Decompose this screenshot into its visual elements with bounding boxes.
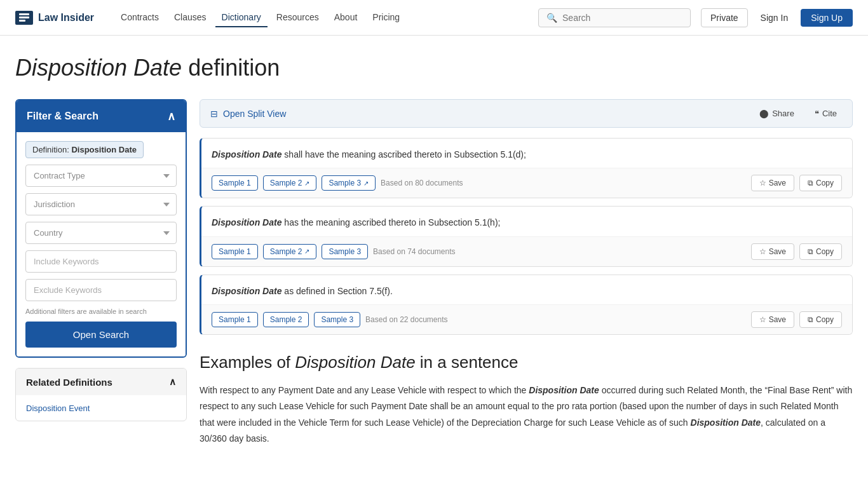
def-actions-right-1: ☆ Save ⧉ Copy xyxy=(751,175,842,191)
def-actions-left-3: Sample 1 Sample 2 Sample 3 Based on 22 d… xyxy=(212,312,448,327)
cite-button[interactable]: ❝ Cite xyxy=(810,106,842,121)
share-label: Share xyxy=(772,109,794,118)
sample1-btn-2[interactable]: Sample 1 xyxy=(212,244,258,259)
country-select[interactable]: Country xyxy=(25,222,177,244)
sample1-btn-1[interactable]: Sample 1 xyxy=(212,175,258,191)
sample1-label-2: Sample 1 xyxy=(219,247,251,256)
include-keywords-input[interactable] xyxy=(25,250,177,273)
split-view-icon: ⊟ xyxy=(210,109,218,119)
examples-bold-italic-1: Disposition Date xyxy=(529,385,599,395)
sample1-btn-3[interactable]: Sample 1 xyxy=(212,312,258,327)
def-rest-1: shall have the meaning ascribed thereto … xyxy=(281,149,526,159)
sample3-btn-1[interactable]: Sample 3 ↗ xyxy=(322,175,376,191)
def-actions-left-1: Sample 1 Sample 2 ↗ Sample 3 ↗ Based on … xyxy=(212,175,463,191)
copy-btn-1[interactable]: ⧉ Copy xyxy=(799,175,842,191)
save-btn-3[interactable]: ☆ Save xyxy=(751,311,794,328)
nav-actions: Private Sign In Sign Up xyxy=(701,8,853,27)
related-collapse-icon[interactable]: ∧ xyxy=(169,376,176,388)
examples-title-prefix: Examples of xyxy=(200,353,295,372)
sample2-label-2: Sample 2 xyxy=(270,247,302,256)
save-btn-2[interactable]: ☆ Save xyxy=(751,243,794,260)
copy-label-2: Copy xyxy=(816,247,834,256)
external-icon-1b: ↗ xyxy=(363,180,369,187)
sample2-btn-1[interactable]: Sample 2 ↗ xyxy=(263,175,317,191)
open-split-view-btn[interactable]: ⊟ Open Split View xyxy=(210,109,286,119)
filter-title: Filter & Search xyxy=(27,111,98,122)
def-actions-left-2: Sample 1 Sample 2 ↗ Sample 3 Based on 74… xyxy=(212,244,456,259)
related-item-disposition-event[interactable]: Disposition Event xyxy=(26,403,90,413)
exclude-keywords-input[interactable] xyxy=(25,279,177,301)
sample3-label-3: Sample 3 xyxy=(321,315,353,324)
nav-dictionary[interactable]: Dictionary xyxy=(215,8,268,27)
sample3-btn-2[interactable]: Sample 3 xyxy=(322,244,368,259)
def-card-body-1: Disposition Date shall have the meaning … xyxy=(201,139,852,161)
examples-paragraph: With respect to any Payment Date and any… xyxy=(200,383,853,447)
def-term-1: Disposition Date xyxy=(212,149,281,159)
related-body: Disposition Event xyxy=(16,395,186,421)
def-rest-2: has the meaning ascribed thereto in Subs… xyxy=(281,217,500,227)
split-view-label: Open Split View xyxy=(223,109,286,119)
svg-rect-1 xyxy=(19,17,29,18)
signup-button[interactable]: Sign Up xyxy=(801,9,853,27)
filter-header: Filter & Search ∧ xyxy=(17,100,186,132)
page-wrapper: Disposition Date definition Filter & Sea… xyxy=(0,36,868,466)
search-bar: 🔍 xyxy=(538,8,691,27)
svg-rect-2 xyxy=(19,20,25,22)
open-search-button[interactable]: Open Search xyxy=(25,322,177,348)
examples-title-suffix: in a sentence xyxy=(416,353,519,372)
def-actions-2: Sample 1 Sample 2 ↗ Sample 3 Based on 74… xyxy=(201,236,852,266)
filter-hint: Additional filters are available in sear… xyxy=(25,308,177,315)
doc-count-2: Based on 74 documents xyxy=(373,247,455,256)
page-title: Disposition Date definition xyxy=(15,55,853,81)
nav-contracts[interactable]: Contracts xyxy=(114,8,165,27)
contract-type-select[interactable]: Contract Type xyxy=(25,165,177,187)
sample1-label-1: Sample 1 xyxy=(219,179,251,187)
search-input[interactable] xyxy=(562,13,682,23)
def-actions-1: Sample 1 Sample 2 ↗ Sample 3 ↗ Based on … xyxy=(201,168,852,198)
private-button[interactable]: Private xyxy=(701,8,748,27)
nav-about[interactable]: About xyxy=(328,8,364,27)
def-card-body-2: Disposition Date has the meaning ascribe… xyxy=(201,207,852,229)
examples-bold-italic-2: Disposition Date xyxy=(691,417,761,428)
share-button[interactable]: ⬤ Share xyxy=(754,106,799,121)
logo[interactable]: Law Insider xyxy=(15,11,94,25)
navbar: Law Insider Contracts Clauses Dictionary… xyxy=(0,0,868,36)
sample2-btn-3[interactable]: Sample 2 xyxy=(263,312,309,327)
logo-text: Law Insider xyxy=(38,12,94,24)
filter-collapse-icon[interactable]: ∧ xyxy=(167,109,175,123)
def-text-1: Disposition Date shall have the meaning … xyxy=(212,147,842,161)
sample3-btn-3[interactable]: Sample 3 xyxy=(314,312,360,327)
related-box: Related Definitions ∧ Disposition Event xyxy=(15,368,187,421)
def-card-body-3: Disposition Date as defined in Section 7… xyxy=(201,275,852,298)
related-title: Related Definitions xyxy=(26,377,112,388)
copy-btn-2[interactable]: ⧉ Copy xyxy=(799,243,842,260)
def-text-3: Disposition Date as defined in Section 7… xyxy=(212,284,842,298)
jurisdiction-select[interactable]: Jurisdiction xyxy=(25,193,177,215)
signin-button[interactable]: Sign In xyxy=(754,9,795,27)
def-term-2: Disposition Date xyxy=(212,217,281,227)
star-icon-1: ☆ xyxy=(759,179,766,187)
cite-icon: ❝ xyxy=(815,109,819,118)
def-actions-right-3: ☆ Save ⧉ Copy xyxy=(751,311,842,328)
examples-title: Examples of Disposition Date in a senten… xyxy=(200,353,853,372)
save-btn-1[interactable]: ☆ Save xyxy=(751,175,794,191)
related-header: Related Definitions ∧ xyxy=(16,369,186,395)
filter-box: Filter & Search ∧ Definition: Dispositio… xyxy=(15,99,187,358)
star-icon-2: ☆ xyxy=(759,247,766,256)
sample2-btn-2[interactable]: Sample 2 ↗ xyxy=(263,244,317,259)
copy-icon-1: ⧉ xyxy=(808,179,813,187)
def-term-3: Disposition Date xyxy=(212,286,281,296)
share-icon: ⬤ xyxy=(759,109,769,118)
def-text-2: Disposition Date has the meaning ascribe… xyxy=(212,215,842,229)
doc-count-1: Based on 80 documents xyxy=(381,179,463,187)
external-icon-1a: ↗ xyxy=(304,180,309,187)
nav-resources[interactable]: Resources xyxy=(270,8,325,27)
page-title-rest: definition xyxy=(182,55,280,81)
doc-count-3: Based on 22 documents xyxy=(365,315,447,324)
search-icon: 🔍 xyxy=(546,13,557,23)
nav-pricing[interactable]: Pricing xyxy=(366,8,406,27)
def-rest-3: as defined in Section 7.5(f). xyxy=(281,286,392,296)
copy-btn-3[interactable]: ⧉ Copy xyxy=(799,311,842,328)
content-layout: Filter & Search ∧ Definition: Dispositio… xyxy=(15,99,853,447)
nav-clauses[interactable]: Clauses xyxy=(168,8,213,27)
